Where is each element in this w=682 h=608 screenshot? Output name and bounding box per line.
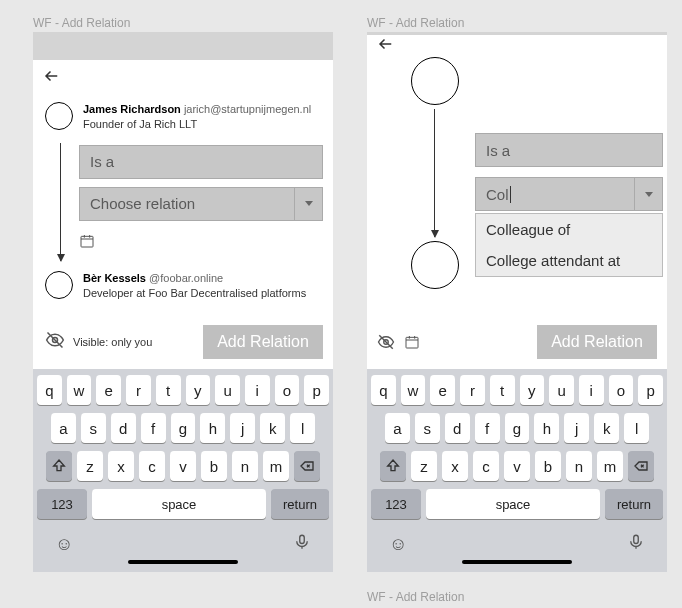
key-return[interactable]: return [271, 489, 329, 519]
key-x[interactable]: x [442, 451, 468, 481]
key-v[interactable]: v [170, 451, 196, 481]
keyboard-row-4: 123 space return [371, 489, 663, 519]
key-s[interactable]: s [415, 413, 440, 443]
key-j[interactable]: j [564, 413, 589, 443]
relation-dropdown-button[interactable] [295, 187, 323, 221]
content-area: Is a Col Colleague of College attendant … [367, 57, 667, 317]
add-relation-button[interactable]: Add Relation [537, 325, 657, 359]
key-shift[interactable] [46, 451, 72, 481]
key-c[interactable]: c [139, 451, 165, 481]
is-a-field[interactable]: Is a [475, 133, 663, 167]
key-a[interactable]: a [51, 413, 76, 443]
relation-dropdown-button[interactable] [635, 177, 663, 211]
relation-field[interactable]: Choose relation [79, 187, 295, 221]
key-e[interactable]: e [430, 375, 455, 405]
key-z[interactable]: z [77, 451, 103, 481]
frame-label-bottom: WF - Add Relation [367, 590, 464, 604]
key-r[interactable]: r [460, 375, 485, 405]
key-q[interactable]: q [371, 375, 396, 405]
key-c[interactable]: c [473, 451, 499, 481]
key-space[interactable]: space [426, 489, 600, 519]
key-return[interactable]: return [605, 489, 663, 519]
suggestion-item[interactable]: College attendant at [476, 245, 662, 276]
key-d[interactable]: d [111, 413, 136, 443]
key-l[interactable]: l [624, 413, 649, 443]
key-f[interactable]: f [141, 413, 166, 443]
key-g[interactable]: g [505, 413, 530, 443]
key-i[interactable]: i [579, 375, 604, 405]
key-backspace[interactable] [294, 451, 320, 481]
key-q[interactable]: q [37, 375, 62, 405]
key-shift[interactable] [380, 451, 406, 481]
mic-icon[interactable] [627, 533, 645, 556]
key-123[interactable]: 123 [37, 489, 87, 519]
relation-field[interactable]: Col [475, 177, 635, 211]
key-n[interactable]: n [566, 451, 592, 481]
add-relation-button[interactable]: Add Relation [203, 325, 323, 359]
key-k[interactable]: k [594, 413, 619, 443]
avatar-bottom[interactable] [411, 241, 459, 289]
person-top-row: James Richardson jarich@startupnijmegen.… [43, 96, 323, 139]
avatar-top[interactable] [411, 57, 459, 105]
key-w[interactable]: w [67, 375, 92, 405]
key-l[interactable]: l [290, 413, 315, 443]
key-g[interactable]: g [171, 413, 196, 443]
home-indicator[interactable] [462, 560, 572, 564]
key-u[interactable]: u [549, 375, 574, 405]
key-w[interactable]: w [401, 375, 426, 405]
key-backspace[interactable] [628, 451, 654, 481]
key-o[interactable]: o [609, 375, 634, 405]
key-123[interactable]: 123 [371, 489, 421, 519]
key-z[interactable]: z [411, 451, 437, 481]
mic-icon[interactable] [293, 533, 311, 556]
key-k[interactable]: k [260, 413, 285, 443]
relation-combo[interactable]: Col [475, 177, 663, 211]
emoji-icon[interactable]: ☺ [389, 534, 407, 555]
visibility-off-icon[interactable] [377, 332, 395, 352]
key-i[interactable]: i [245, 375, 270, 405]
avatar-bottom[interactable] [45, 271, 73, 299]
key-space[interactable]: space [92, 489, 266, 519]
key-s[interactable]: s [81, 413, 106, 443]
key-n[interactable]: n [232, 451, 258, 481]
key-v[interactable]: v [504, 451, 530, 481]
key-h[interactable]: h [200, 413, 225, 443]
key-m[interactable]: m [263, 451, 289, 481]
key-f[interactable]: f [475, 413, 500, 443]
person-top-name: James Richardson [83, 103, 181, 115]
back-arrow-icon[interactable] [43, 67, 61, 89]
key-a[interactable]: a [385, 413, 410, 443]
calendar-icon[interactable] [79, 235, 95, 252]
key-m[interactable]: m [597, 451, 623, 481]
key-b[interactable]: b [201, 451, 227, 481]
relation-combo[interactable]: Choose relation [79, 187, 323, 221]
visibility-off-icon[interactable] [45, 330, 65, 354]
key-h[interactable]: h [534, 413, 559, 443]
calendar-icon[interactable] [403, 334, 421, 350]
key-r[interactable]: r [126, 375, 151, 405]
key-y[interactable]: y [186, 375, 211, 405]
key-p[interactable]: p [638, 375, 663, 405]
emoji-icon[interactable]: ☺ [55, 534, 73, 555]
key-y[interactable]: y [520, 375, 545, 405]
suggestion-item[interactable]: Colleague of [476, 214, 662, 245]
person-bottom-subtitle: Developer at Foo Bar Decentralised platf… [83, 286, 306, 301]
key-t[interactable]: t [490, 375, 515, 405]
key-b[interactable]: b [535, 451, 561, 481]
relation-arrow-line [60, 143, 61, 261]
home-indicator[interactable] [128, 560, 238, 564]
key-o[interactable]: o [275, 375, 300, 405]
key-u[interactable]: u [215, 375, 240, 405]
avatar-top[interactable] [45, 102, 73, 130]
keyboard: q w e r t y u i o p a s d f g h j k l z [33, 369, 333, 572]
relation-mid: Is a Choose relation [43, 139, 323, 265]
keyboard-bottom-bar: ☺ [37, 527, 329, 560]
back-arrow-icon[interactable] [377, 35, 395, 57]
is-a-field[interactable]: Is a [79, 145, 323, 179]
key-x[interactable]: x [108, 451, 134, 481]
key-p[interactable]: p [304, 375, 329, 405]
key-d[interactable]: d [445, 413, 470, 443]
key-e[interactable]: e [96, 375, 121, 405]
key-t[interactable]: t [156, 375, 181, 405]
key-j[interactable]: j [230, 413, 255, 443]
